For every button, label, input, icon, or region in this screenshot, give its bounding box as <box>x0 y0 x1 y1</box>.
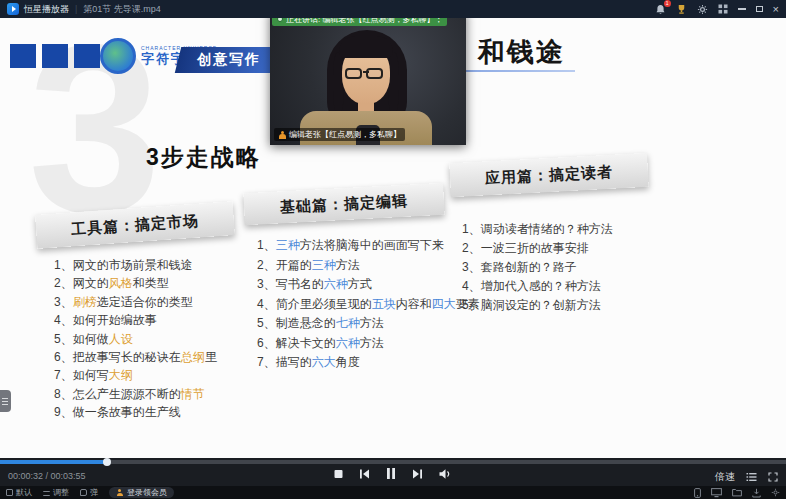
close-button[interactable]: × <box>773 4 779 15</box>
list-item: 5、制造悬念的七种方法 <box>257 314 480 334</box>
list-item: 4、简介里必须呈现的五块内容和四大要素 <box>257 295 480 315</box>
skin-icon <box>6 489 13 496</box>
danmaku-icon <box>80 489 87 496</box>
list-item: 3、写书名的六种方式 <box>257 275 480 295</box>
titlebar-separator: | <box>75 4 77 14</box>
screen-icon[interactable] <box>711 488 722 498</box>
column-header: 工具篇：搞定市场 <box>35 201 235 249</box>
column-list: 1、网文的市场前景和钱途2、网文的风格和类型3、刷榜选定适合你的类型4、如何开始… <box>54 256 217 422</box>
presenter-name-tag: 编辑老张【红点易测，多私聊】 <box>274 128 405 141</box>
previous-button[interactable] <box>359 468 371 480</box>
list-item: 6、把故事写长的秘诀在总纲里 <box>54 348 217 366</box>
list-item: 3、刷榜选定适合你的类型 <box>54 293 217 311</box>
list-item: 1、调动读者情绪的？种方法 <box>462 220 613 239</box>
column-application: 应用篇：搞定读者 1、调动读者情绪的？种方法2、一波三折的故事安排3、套路创新的… <box>450 158 648 192</box>
player-control-bar: 00:00:32 / 00:03:55 倍速 <box>0 458 786 486</box>
settings-gear-icon[interactable] <box>697 4 708 15</box>
maximize-button[interactable] <box>756 6 763 12</box>
login-person-icon <box>116 489 123 496</box>
progress-fill <box>0 460 107 464</box>
column-basics: 基础篇：搞定编辑 1、三种方法将脑海中的画面写下来2、开篇的三种方法3、写书名的… <box>244 188 444 220</box>
sliders-icon <box>43 491 50 496</box>
speed-button[interactable]: 倍速 <box>715 470 735 484</box>
list-item: 1、网文的市场前景和钱途 <box>54 256 217 274</box>
list-item: 5、脑洞设定的？创新方法 <box>462 296 613 315</box>
taskbar-item-default[interactable]: 默认 <box>6 487 32 498</box>
presenter-glasses <box>345 68 383 79</box>
download-icon[interactable] <box>752 488 761 498</box>
list-item: 9、做一条故事的生产线 <box>54 403 217 421</box>
strategy-title: 3步走战略 <box>146 142 261 173</box>
progress-handle[interactable] <box>103 458 111 466</box>
apps-grid-icon[interactable] <box>718 4 728 14</box>
list-item: 5、如何做人设 <box>54 330 217 348</box>
time-display: 00:00:32 / 00:03:55 <box>8 471 86 481</box>
list-item: 7、如何写大纲 <box>54 366 217 384</box>
vip-trophy-icon[interactable] <box>676 4 687 15</box>
login-button[interactable]: 登录领会员 <box>109 487 174 498</box>
playlist-icon[interactable] <box>746 468 757 486</box>
pause-button[interactable] <box>386 467 397 480</box>
notification-badge: 1 <box>664 0 671 7</box>
folder-icon[interactable] <box>732 488 742 497</box>
stop-button[interactable] <box>334 469 344 479</box>
column-list: 1、三种方法将脑海中的画面写下来2、开篇的三种方法3、写书名的六种方式4、简介里… <box>257 236 480 373</box>
list-item: 8、怎么产生源源不断的情节 <box>54 385 217 403</box>
playlist-handle[interactable] <box>0 390 11 412</box>
list-item: 2、网文的风格和类型 <box>54 274 217 292</box>
notification-bell-icon[interactable]: 1 <box>655 4 666 15</box>
volume-icon[interactable] <box>439 468 453 480</box>
column-header: 应用篇：搞定读者 <box>449 153 649 197</box>
category-label: 创意写作 <box>197 51 261 69</box>
brand-globe-icon <box>100 38 136 74</box>
list-item: 6、解决卡文的六种方法 <box>257 334 480 354</box>
titlebar: 恒星播放器 | 第01节 先导课.mp4 1 × <box>0 0 786 18</box>
bottom-taskbar: 默认 调整 弹 登录领会员 <box>0 486 786 499</box>
person-icon <box>278 131 286 139</box>
player-window: 恒星播放器 | 第01节 先导课.mp4 1 × 3 <box>0 0 786 499</box>
deco-squares <box>10 44 100 68</box>
next-button[interactable] <box>412 468 424 480</box>
file-name: 第01节 先导课.mp4 <box>83 3 161 16</box>
list-item: 2、一波三折的故事安排 <box>462 239 613 258</box>
list-item: 2、开篇的三种方法 <box>257 256 480 276</box>
column-tools: 工具篇：搞定市场 1、网文的市场前景和钱途2、网文的风格和类型3、刷榜选定适合你… <box>36 208 234 242</box>
list-item: 1、三种方法将脑海中的画面写下来 <box>257 236 480 256</box>
fullscreen-icon[interactable] <box>768 468 778 486</box>
taskbar-item-danmaku[interactable]: 弹 <box>80 487 98 498</box>
minimize-button[interactable] <box>738 8 746 10</box>
taskbar-item-adjust[interactable]: 调整 <box>43 487 69 498</box>
phone-cast-icon[interactable] <box>694 488 701 498</box>
list-item: 3、套路创新的？路子 <box>462 258 613 277</box>
list-item: 4、增加代入感的？种方法 <box>462 277 613 296</box>
progress-bar[interactable] <box>0 460 786 464</box>
list-item: 7、描写的六大角度 <box>257 353 480 373</box>
column-list: 1、调动读者情绪的？种方法2、一波三折的故事安排3、套路创新的？路子4、增加代入… <box>462 220 613 315</box>
column-header: 基础篇：搞定编辑 <box>243 183 444 225</box>
category-ribbon: 创意写作 <box>175 47 283 73</box>
presenter-name: 编辑老张【红点易测，多私聊】 <box>289 129 401 140</box>
slide-title-partial: 和钱途 <box>478 34 565 70</box>
app-name: 恒星播放器 <box>24 3 69 16</box>
list-item: 4、如何开始编故事 <box>54 311 217 329</box>
app-logo-icon <box>7 3 19 15</box>
gear-small-icon[interactable] <box>771 488 780 497</box>
webcam-overlay: 正在讲话: 编辑老张【红点易测，多私聊】； 编辑老张【红点易测，多私聊】 <box>270 10 466 145</box>
